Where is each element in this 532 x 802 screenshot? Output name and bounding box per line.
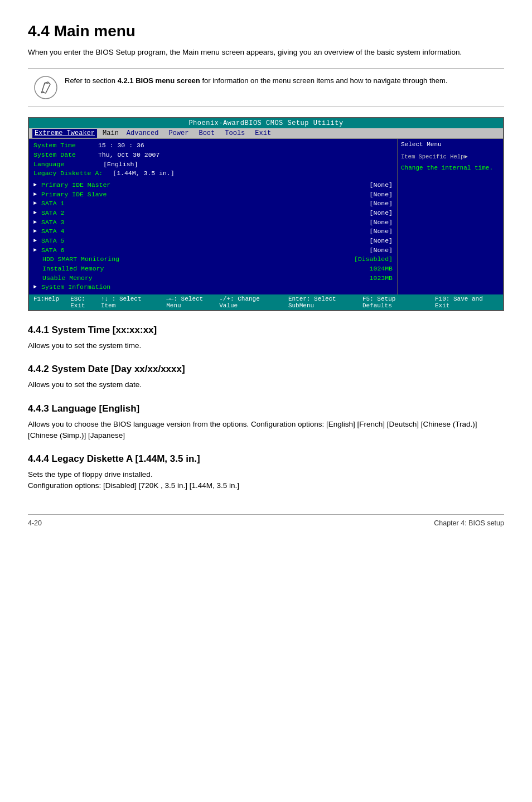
note-icon [33,75,58,100]
bios-item-sata1: ► SATA 1 [None] [33,199,393,209]
right-select-menu: Select Menu [401,141,500,148]
bios-item-sata5: ► SATA 5 [None] [33,236,393,246]
bios-row-system-date: System Date Thu, Oct 30 2007 [33,151,393,160]
page-footer: 4-20 Chapter 4: BIOS setup [28,514,504,527]
section-442-title: 4.4.2 System Date [Day xx/xx/xxxx] [28,364,504,375]
bios-row-system-time: System Time 15 : 30 : 36 [33,141,393,151]
note-text: Refer to section 4.2.1 BIOS menu screen … [65,75,447,86]
menu-item-tools[interactable]: Tools [223,129,247,138]
intro-text: When you enter the BIOS Setup program, t… [28,47,504,58]
section-442-body: Allows you to set the system date. [28,379,504,390]
bios-item-primary-ide-master: ► Primary IDE Master [None] [33,181,393,190]
bios-menu-bar: Extreme Tweaker Main Advanced Power Boot… [29,128,503,139]
bios-row-language: Language [English] [33,160,393,170]
footer-chapter: Chapter 4: BIOS setup [434,519,504,527]
bios-title-bar: Phoenix-AwardBIOS CMOS Setup Utility [29,118,503,128]
bios-item-sata2: ► SATA 2 [None] [33,209,393,218]
menu-item-power[interactable]: Power [166,129,191,138]
bios-footer: F1:Help ESC: Exit ↑↓ : Select Item →←: S… [29,294,503,310]
bios-body: System Time 15 : 30 : 36 System Date Thu… [29,139,503,294]
bios-row-installed-mem: Installed Memory 1024MB [33,264,393,274]
bios-row-hdd-smart: HDD SMART Monitoring [Disabled] [33,255,393,264]
bios-item-primary-ide-slave: ► Primary IDE Slave [None] [33,190,393,200]
right-item-specific: Item Specific Help► [401,153,500,160]
bios-container: Phoenix-AwardBIOS CMOS Setup Utility Ext… [28,117,504,311]
section-443-body: Allows you to choose the BIOS language v… [28,419,504,442]
bios-row-usable-mem: Usable Memory 1023MB [33,274,393,283]
bios-footer-enter: Enter: Select SubMenu [288,296,362,309]
menu-label-main: Main [103,129,119,137]
menu-item-advanced[interactable]: Advanced [124,129,161,138]
bios-main-content: System Time 15 : 30 : 36 System Date Thu… [29,139,397,294]
menu-item-boot[interactable]: Boot [196,129,217,138]
bios-item-system-info: ► System Information [33,283,393,292]
bios-footer-middle: ↑↓ : Select Item →←: Select Menu [101,296,219,309]
bios-footer-esc: ESC: Exit [70,296,101,309]
bios-item-sata4: ► SATA 4 [None] [33,227,393,236]
section-441-title: 4.4.1 System Time [xx:xx:xx] [28,325,504,336]
bios-footer-leftright: →←: Select Menu [166,296,219,309]
menu-item-extreme-tweaker[interactable]: Extreme Tweaker [32,129,97,138]
menu-item-exit[interactable]: Exit [253,129,273,138]
bios-footer-f5: F5: Setup Defaults [362,296,426,309]
bios-footer-f10: F10: Save and Exit [435,296,499,309]
bios-row-diskette: Legacy Diskette A: [1.44M, 3.5 in.] [33,169,393,178]
bios-item-sata3: ► SATA 3 [None] [33,218,393,228]
sections: 4.4.1 System Time [xx:xx:xx] Allows you … [28,325,504,492]
bios-footer-f1: F1:Help [33,296,59,309]
bios-footer-left: F1:Help ESC: Exit [33,296,101,309]
svg-point-0 [35,76,57,99]
section-444-title: 4.4.4 Legacy Diskette A [1.44M, 3.5 in.] [28,453,504,465]
section-441-body: Allows you to set the system time. [28,340,504,351]
section-443-title: 4.4.3 Language [English] [28,403,504,414]
bios-footer-updown: ↑↓ : Select Item [101,296,157,309]
bios-item-sata6: ► SATA 6 [None] [33,246,393,255]
right-change-text: Change the internal time. [401,165,500,171]
page-title: 4.4 Main menu [28,22,504,40]
footer-page-number: 4-20 [28,519,42,527]
bios-footer-change: -/+: Change Value Enter: Select SubMenu [219,296,362,309]
note-box: Refer to section 4.2.1 BIOS menu screen … [28,68,504,107]
bios-footer-right: F5: Setup Defaults F10: Save and Exit [362,296,499,309]
bios-footer-change-value: -/+: Change Value [219,296,279,309]
section-444-body: Sets the type of floppy drive installed.… [28,469,504,492]
bios-right-panel: Select Menu Item Specific Help► Change t… [397,139,503,294]
